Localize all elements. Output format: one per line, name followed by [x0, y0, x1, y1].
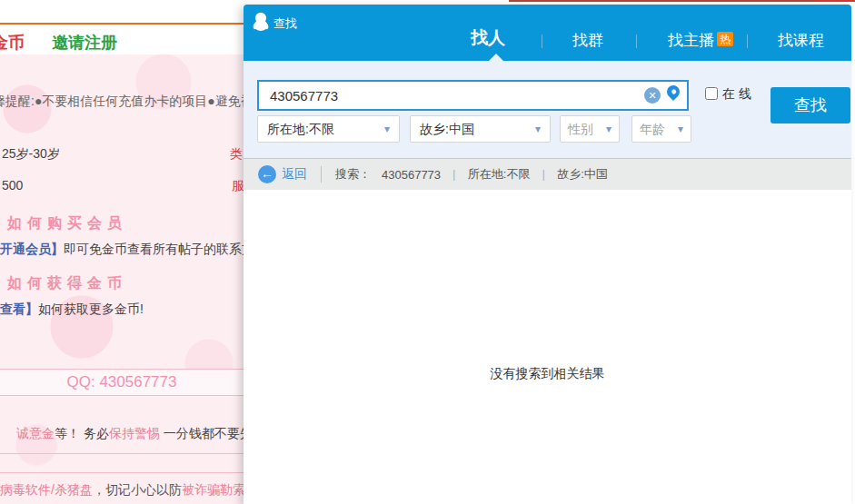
- nav-item-gold[interactable]: 金币: [0, 32, 25, 54]
- membership-instruction-text: 即可免金币查看所有帖子的联系方式: [64, 242, 244, 256]
- back-button[interactable]: ← 返回: [258, 165, 307, 183]
- warning-link-deposit[interactable]: 诚意金: [16, 426, 55, 440]
- section-title-get-coins: 如何获得金币: [7, 274, 127, 293]
- summary-filter-hometown: 故乡:中国: [557, 166, 608, 183]
- result-summary-bar: ← 返回 搜索： 430567773 ｜ 所在地:不限 ｜ 故乡:中国: [244, 158, 851, 190]
- empty-results-message: 没有搜索到相关结果: [244, 366, 851, 382]
- summary-query: 430567773: [382, 168, 441, 182]
- clipped-label-2: 服: [232, 178, 244, 194]
- back-label: 返回: [282, 166, 307, 183]
- filter-location-dropdown[interactable]: 所在地:不限 ▾: [257, 115, 400, 143]
- section-title-buy-membership: 如何购买会员: [7, 214, 127, 233]
- search-section: ✕ 在 线 查找 所在地:不限 ▾ 故乡:中国 ▾ 性别 ▾ 年龄 ▾: [244, 61, 851, 158]
- page-top-divider: [0, 23, 273, 25]
- chevron-down-icon: ▾: [678, 116, 683, 142]
- active-tab-caret: [489, 54, 503, 61]
- dialog-title: 查找: [273, 15, 297, 32]
- clear-icon[interactable]: ✕: [644, 87, 661, 104]
- open-membership-link[interactable]: 我开通会员】: [0, 242, 64, 256]
- nav-item-invite-register[interactable]: 邀请注册: [52, 32, 117, 54]
- chevron-down-icon: ▾: [384, 116, 390, 142]
- chevron-down-icon: ▾: [535, 116, 541, 142]
- tab-separator: [542, 35, 542, 48]
- filter-age-dropdown[interactable]: 年龄 ▾: [631, 115, 691, 143]
- summary-separator: ｜: [538, 167, 549, 183]
- summary-separator: ｜: [449, 167, 460, 183]
- tab-find-group[interactable]: 找群: [572, 30, 603, 51]
- filter-gender-dropdown[interactable]: 性别 ▾: [560, 115, 620, 143]
- filter-age-value: 年龄: [640, 122, 665, 136]
- browser-edge-line-accent: [816, 0, 855, 2]
- age-range-text: 25岁-30岁: [2, 146, 60, 163]
- warning-link-alert[interactable]: 保持警惕: [109, 426, 160, 440]
- dialog-header: 查找 找人 找群 找主播 热 找课程: [244, 5, 851, 61]
- qq-penguin-icon: [253, 12, 269, 31]
- screen: 金币 邀请注册 馨提醒:●不要相信任何充值办卡的项目●避免被仙人 25岁-30岁…: [0, 0, 855, 504]
- page-content-panel: 馨提醒:●不要相信任何充值办卡的项目●避免被仙人 25岁-30岁 类 500 服…: [0, 54, 244, 504]
- chevron-down-icon: ▾: [606, 116, 611, 142]
- find-button[interactable]: 查找: [770, 87, 850, 124]
- browser-edge-line: [509, 0, 855, 2]
- tab-separator: [636, 35, 637, 48]
- filter-location-value: 所在地:不限: [267, 122, 334, 136]
- results-area: 没有搜索到相关结果: [244, 190, 851, 504]
- scam-text-mid2: 以防: [156, 482, 182, 497]
- location-pin-icon[interactable]: [664, 83, 682, 101]
- qq-find-dialog: 查找 找人 找群 找主播 热 找课程 ✕ 在 线 查找 所在地:不限 ▾: [244, 5, 851, 504]
- scam-text-mid: ，切记小心: [93, 482, 156, 497]
- search-summary: 搜索： 430567773 ｜ 所在地:不限 ｜ 故乡:中国: [335, 166, 608, 183]
- summary-filter-location: 所在地:不限: [468, 166, 531, 183]
- warning-text: 诚意金等！ 务必保持警惕 一分钱都不要先给；以免: [16, 426, 244, 442]
- divider: [321, 166, 322, 183]
- tab-find-course[interactable]: 找课程: [778, 30, 824, 51]
- online-checkbox[interactable]: [705, 87, 718, 100]
- coins-instruction-text: 如何获取更多金币!: [38, 301, 144, 316]
- scam-link-2[interactable]: 被诈骗勒索钱财: [182, 482, 244, 497]
- search-input[interactable]: [259, 82, 641, 109]
- view-coins-link[interactable]: 我查看】: [0, 301, 38, 316]
- coins-instruction: 我查看】如何获取更多金币!: [0, 301, 144, 318]
- filter-hometown-value: 故乡:中国: [420, 122, 474, 136]
- qq-number-row: QQ: 430567773: [0, 369, 244, 396]
- tab-find-streamer[interactable]: 找主播: [668, 30, 714, 51]
- membership-instruction: 我开通会员】即可免金币查看所有帖子的联系方式: [0, 242, 244, 258]
- divider: [0, 472, 244, 473]
- filter-hometown-dropdown[interactable]: 故乡:中国 ▾: [410, 115, 551, 143]
- price-text: 500: [2, 178, 23, 193]
- divider: [0, 453, 244, 454]
- tab-separator: [747, 35, 748, 48]
- clipped-label-1: 类: [230, 146, 243, 163]
- online-label: 在 线: [722, 86, 751, 103]
- scam-link-1[interactable]: 病毒软件/杀猪盘: [0, 482, 93, 497]
- scam-warning-text: 病毒软件/杀猪盘，切记小心以防被诈骗勒索钱财: [0, 482, 244, 499]
- summary-prefix: 搜索：: [335, 166, 371, 183]
- page-notice-text: 馨提醒:●不要相信任何充值办卡的项目●避免被仙人: [0, 94, 244, 110]
- hot-badge: 热: [717, 32, 733, 46]
- back-arrow-icon: ←: [258, 165, 276, 183]
- warning-text-tail: 一分钱都不要先给；以免: [160, 426, 244, 440]
- filter-gender-value: 性别: [568, 122, 593, 136]
- search-field: ✕: [257, 80, 689, 111]
- tab-find-people[interactable]: 找人: [471, 26, 505, 50]
- warning-text-mid: 等！ 务必: [55, 426, 109, 440]
